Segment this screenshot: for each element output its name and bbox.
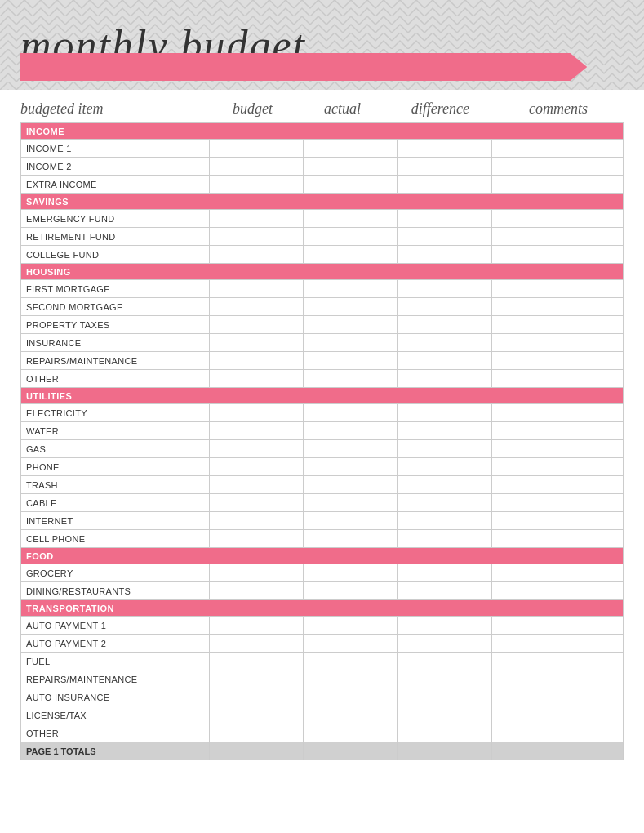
item-grocery: GROCERY [21, 564, 210, 582]
col-header-comments: comments [493, 100, 624, 118]
item-insurance-housing: INSURANCE [21, 334, 210, 352]
item-property-taxes: PROPERTY TAXES [21, 316, 210, 334]
actual-income2[interactable] [303, 158, 397, 176]
table-row: FUEL [21, 653, 624, 670]
table-row: FIRST MORTGAGE [21, 280, 624, 298]
item-auto-payment1: AUTO PAYMENT 1 [21, 617, 210, 635]
item-other-transport: OTHER [21, 724, 210, 742]
table-row: OTHER [21, 724, 624, 742]
table-row: COLLEGE FUND [21, 246, 624, 264]
item-second-mortgage: SECOND MORTGAGE [21, 298, 210, 316]
comments-extra-income[interactable] [491, 176, 623, 194]
table-row: EMERGENCY FUND [21, 210, 624, 228]
totals-budget[interactable] [209, 742, 303, 760]
item-cell-phone: CELL PHONE [21, 530, 210, 548]
table-row: PROPERTY TAXES [21, 316, 624, 334]
budget-income1[interactable] [209, 140, 303, 158]
table-row: WATER [21, 422, 624, 440]
totals-actual[interactable] [303, 742, 397, 760]
item-income1: INCOME 1 [21, 140, 210, 158]
budget-extra-income[interactable] [209, 176, 303, 194]
ribbon-banner [20, 53, 587, 81]
col-header-difference: difference [387, 100, 493, 118]
table-row: RETIREMENT FUND [21, 228, 624, 246]
totals-label: PAGE 1 TOTALS [21, 742, 210, 760]
table-row: PHONE [21, 458, 624, 476]
category-label-income: INCOME [21, 123, 624, 140]
item-trash: TRASH [21, 476, 210, 494]
category-row-income: INCOME [21, 123, 624, 140]
item-electricity: ELECTRICITY [21, 404, 210, 422]
category-row-utilities: UTILITIES [21, 388, 624, 404]
totals-comments[interactable] [491, 742, 623, 760]
table-row: INTERNET [21, 512, 624, 530]
table-row: OTHER [21, 370, 624, 388]
item-fuel: FUEL [21, 653, 210, 670]
actual-income1[interactable] [303, 140, 397, 158]
table-row: TRASH [21, 476, 624, 494]
category-label-savings: SAVINGS [21, 194, 624, 210]
totals-diff[interactable] [398, 742, 491, 760]
table-row: CABLE [21, 494, 624, 512]
item-college-fund: COLLEGE FUND [21, 246, 210, 264]
item-income2: INCOME 2 [21, 158, 210, 176]
item-water: WATER [21, 422, 210, 440]
category-label-transportation: TRANSPORTATION [21, 600, 624, 617]
category-row-housing: HOUSING [21, 264, 624, 280]
category-label-utilities: UTILITIES [21, 388, 624, 404]
table-row: INSURANCE [21, 334, 624, 352]
table-row: SECOND MORTGAGE [21, 298, 624, 316]
item-dining: DINING/RESTAURANTS [21, 582, 210, 600]
col-header-actual: actual [298, 100, 388, 118]
table-row: INCOME 1 [21, 140, 624, 158]
table-row: INCOME 2 [21, 158, 624, 176]
comments-income1[interactable] [491, 140, 623, 158]
column-headers: budgeted item budget actual difference c… [0, 94, 644, 122]
item-extra-income: EXTRA INCOME [21, 176, 210, 194]
page: monthly budget budgeted item budget actu… [0, 0, 644, 833]
table-row: GROCERY [21, 564, 624, 582]
budget-income2[interactable] [209, 158, 303, 176]
col-header-budget: budget [208, 100, 298, 118]
item-cable: CABLE [21, 494, 210, 512]
table-row: LICENSE/TAX [21, 706, 624, 724]
item-auto-payment2: AUTO PAYMENT 2 [21, 635, 210, 653]
chevron-header: monthly budget [0, 0, 644, 90]
table-row: ELECTRICITY [21, 404, 624, 422]
table-row: GAS [21, 440, 624, 458]
totals-row: PAGE 1 TOTALS [21, 742, 624, 760]
table-row: CELL PHONE [21, 530, 624, 548]
item-phone: PHONE [21, 458, 210, 476]
diff-income1[interactable] [398, 140, 491, 158]
category-row-food: FOOD [21, 548, 624, 564]
category-row-transportation: TRANSPORTATION [21, 600, 624, 617]
diff-extra-income[interactable] [398, 176, 491, 194]
diff-income2[interactable] [398, 158, 491, 176]
item-internet: INTERNET [21, 512, 210, 530]
category-row-savings: SAVINGS [21, 194, 624, 210]
table-row: REPAIRS/MAINTENANCE [21, 670, 624, 688]
item-first-mortgage: FIRST MORTGAGE [21, 280, 210, 298]
item-retirement-fund: RETIREMENT FUND [21, 228, 210, 246]
table-row: AUTO PAYMENT 1 [21, 617, 624, 635]
table-row: AUTO PAYMENT 2 [21, 635, 624, 653]
table-row: REPAIRS/MAINTENANCE [21, 352, 624, 370]
item-auto-insurance: AUTO INSURANCE [21, 688, 210, 706]
item-repairs-housing: REPAIRS/MAINTENANCE [21, 352, 210, 370]
actual-extra-income[interactable] [303, 176, 397, 194]
budget-table: INCOME INCOME 1 INCOME 2 EXTRA INCOME SA… [20, 122, 624, 760]
item-other-housing: OTHER [21, 370, 210, 388]
item-license-tax: LICENSE/TAX [21, 706, 210, 724]
table-row: AUTO INSURANCE [21, 688, 624, 706]
item-repairs-transport: REPAIRS/MAINTENANCE [21, 670, 210, 688]
table-row: EXTRA INCOME [21, 176, 624, 194]
col-header-item: budgeted item [20, 100, 208, 118]
item-emergency-fund: EMERGENCY FUND [21, 210, 210, 228]
category-label-food: FOOD [21, 548, 624, 564]
category-label-housing: HOUSING [21, 264, 624, 280]
table-row: DINING/RESTAURANTS [21, 582, 624, 600]
item-gas: GAS [21, 440, 210, 458]
comments-income2[interactable] [491, 158, 623, 176]
